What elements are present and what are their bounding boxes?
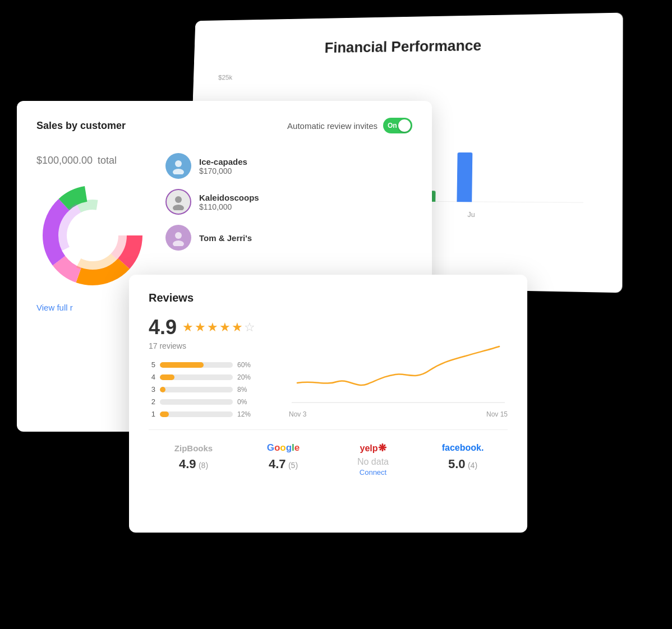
yelp-nodata: No data (328, 457, 418, 467)
list-item: Kaleidoscoops $110,000 (165, 189, 412, 215)
reviews-left: 4.9 ★ ★ ★ ★ ★ ☆ 17 reviews 5 60% (149, 316, 272, 418)
zipbooks-logo-text: ZipBooks (174, 443, 213, 453)
bar-track-3 (160, 387, 233, 392)
google-rating-row: 4.7 (5) (238, 457, 328, 471)
toggle-on-label: On (388, 122, 397, 130)
zipbooks-logo: ZipBooks (149, 441, 238, 455)
reviews-divider (149, 429, 508, 430)
financial-title: Financial Performance (219, 35, 595, 58)
star-5: ★ (232, 320, 243, 335)
o2-letter: o (280, 442, 286, 454)
star-2: ★ (195, 320, 206, 335)
customer-amount: $170,000 (199, 166, 247, 175)
o1-letter: o (274, 442, 280, 454)
yelp-logo-text: yelp❋ (360, 442, 386, 454)
customer-name: Tom & Jerri's (199, 233, 252, 243)
g-letter: G (267, 442, 274, 454)
customer-info-tom-jerri: Tom & Jerri's (199, 233, 252, 243)
trend-x-labels: Nov 3 Nov 15 (289, 410, 508, 418)
bar-track-1 (160, 411, 233, 417)
bar-track-2 (160, 399, 233, 405)
svg-point-14 (173, 240, 184, 246)
rating-row-2: 2 0% (149, 397, 272, 406)
svg-point-13 (175, 232, 182, 239)
star-4: ★ (219, 320, 231, 335)
avatar-tom-jerri (165, 225, 191, 251)
auto-review-section: Automatic review invites On (287, 118, 412, 133)
chart-y-label: $25k (218, 73, 232, 81)
star-1: ★ (182, 320, 194, 335)
trend-x-end: Nov 15 (486, 410, 508, 418)
google-logo: Google (238, 441, 328, 455)
yelp-connect-link[interactable]: Connect (328, 468, 418, 477)
bar-track-5 (160, 362, 233, 368)
bar-fill-5 (160, 362, 204, 368)
facebook-logo: facebook. (418, 441, 508, 455)
list-item: Tom & Jerri's (165, 225, 412, 251)
customer-info-kaleidoscoops: Kaleidoscoops $110,000 (199, 193, 259, 211)
sales-total-suffix: total (98, 155, 117, 166)
facebook-logo-text: facebook. (442, 443, 484, 453)
toggle-knob (398, 119, 411, 132)
review-count: 17 reviews (149, 341, 272, 350)
rating-label-5: 5 (149, 360, 155, 369)
rating-label-2: 2 (149, 397, 155, 406)
avatar-kaleidoscoops (165, 189, 191, 215)
donut-chart-svg (36, 179, 149, 292)
rating-row-5: 5 60% (149, 360, 272, 369)
customer-name: Ice-capades (199, 157, 247, 166)
customer-amount: $110,000 (199, 202, 259, 211)
rating-row-3: 3 8% (149, 385, 272, 394)
stars-display: ★ ★ ★ ★ ★ ☆ (182, 320, 255, 335)
reviews-right: Nov 3 Nov 15 (289, 316, 508, 418)
zipbooks-rating: 4.9 (179, 457, 196, 471)
donut-chart-wrapper (36, 179, 149, 292)
rating-label-4: 4 (149, 373, 155, 381)
bar-pct-2: 0% (237, 398, 254, 406)
rating-row-1: 1 12% (149, 410, 272, 418)
avatar-ice-capades (165, 153, 191, 179)
bar-pct-4: 20% (237, 373, 254, 381)
rating-big: 4.9 ★ ★ ★ ★ ★ ☆ (149, 316, 272, 339)
customer-name: Kaleidoscoops (199, 193, 259, 202)
rating-bars: 5 60% 4 20% 3 (149, 360, 272, 418)
rating-row-4: 4 20% (149, 373, 272, 381)
bar-fill-3 (160, 387, 165, 392)
source-zipbooks: ZipBooks 4.9 (8) (149, 441, 238, 477)
bar-fill-1 (160, 411, 169, 417)
facebook-rating: 5.0 (448, 457, 466, 471)
svg-point-11 (175, 196, 182, 203)
reviews-content: 4.9 ★ ★ ★ ★ ★ ☆ 17 reviews 5 60% (149, 316, 508, 418)
x-label-jul: Ju (447, 210, 496, 219)
bar-group-jul (457, 152, 472, 202)
reviews-card: Reviews 4.9 ★ ★ ★ ★ ★ ☆ 17 reviews 5 (129, 275, 527, 533)
svg-point-10 (173, 169, 184, 174)
auto-review-label: Automatic review invites (287, 121, 378, 131)
trend-chart-svg (289, 316, 508, 405)
sources-row: ZipBooks 4.9 (8) Google 4.7 (5) yelp❋ No… (149, 441, 508, 477)
rating-number: 4.9 (149, 316, 177, 339)
zipbooks-count: (8) (199, 461, 208, 470)
facebook-count: (4) (468, 461, 477, 470)
sales-total: $100,000.00 total (36, 147, 149, 168)
sales-header: Sales by customer Automatic review invit… (36, 118, 412, 133)
bar-pct-3: 8% (237, 386, 254, 394)
g2-letter: g (286, 442, 292, 454)
star-half: ☆ (244, 320, 255, 335)
google-rating: 4.7 (269, 457, 286, 471)
auto-review-toggle[interactable]: On (383, 118, 412, 133)
bar-pct-1: 12% (237, 410, 254, 418)
bar-jul-blue (457, 152, 472, 202)
list-item: Ice-capades $170,000 (165, 153, 412, 179)
source-google: Google 4.7 (5) (238, 441, 328, 477)
svg-point-12 (173, 205, 184, 210)
e-letter: e (294, 442, 300, 454)
bar-pct-5: 60% (237, 361, 254, 369)
reviews-title: Reviews (149, 292, 508, 304)
sales-total-amount: $100,000.00 (36, 155, 93, 166)
rating-label-1: 1 (149, 410, 155, 418)
source-facebook: facebook. 5.0 (4) (418, 441, 508, 477)
customer-info-ice-capades: Ice-capades $170,000 (199, 157, 247, 175)
rating-label-3: 3 (149, 385, 155, 394)
source-yelp: yelp❋ No data Connect (328, 441, 418, 477)
